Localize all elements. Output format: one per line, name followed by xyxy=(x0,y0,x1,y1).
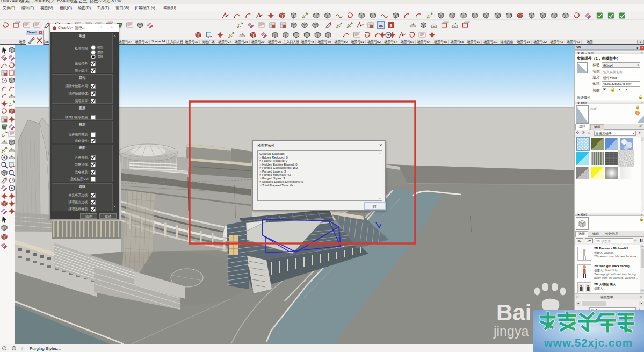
svg-text:Bai: Bai xyxy=(496,300,531,325)
svg-text:jingya: jingya xyxy=(493,324,529,339)
